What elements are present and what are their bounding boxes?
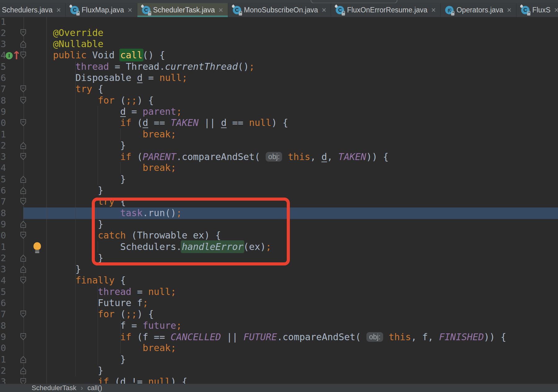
code-token: @Nullable bbox=[53, 38, 104, 49]
code-line[interactable]: for (;;) { bbox=[0, 309, 558, 320]
code-token: ( bbox=[131, 117, 143, 128]
code-line[interactable]: finally { bbox=[0, 275, 558, 286]
code-line[interactable]: task.run(); bbox=[0, 207, 558, 219]
code-line[interactable]: try { bbox=[0, 83, 558, 95]
tab-close-icon[interactable]: × bbox=[219, 6, 223, 14]
code-line[interactable]: d = parent; bbox=[0, 106, 558, 118]
ide-top-frame bbox=[0, 0, 558, 3]
tab-close-icon[interactable]: × bbox=[507, 6, 512, 14]
tab-operators-java[interactable]: (COperators.java× bbox=[441, 3, 516, 17]
code-token: Disposable bbox=[53, 72, 137, 83]
code-token: != bbox=[126, 376, 148, 384]
code-line[interactable]: if (f == CANCELLED || FUTURE.compareAndS… bbox=[0, 331, 558, 343]
code-token: ) { bbox=[271, 117, 288, 128]
tab-label: FluxS bbox=[532, 6, 551, 14]
tab-close-icon[interactable]: × bbox=[322, 6, 326, 14]
code-line[interactable]: } bbox=[0, 264, 558, 275]
tab-schedulertask-java[interactable]: CSchedulerTask.java× bbox=[137, 3, 228, 17]
lock-icon bbox=[451, 13, 454, 16]
code-token: public bbox=[53, 50, 86, 60]
code-token: } bbox=[53, 174, 126, 185]
tab-fluxonerrorresume-java[interactable]: CFluxOnErrorResume.java× bbox=[331, 3, 441, 17]
code-line[interactable]: if (d == TAKEN || d == null) { bbox=[0, 117, 558, 129]
code-line[interactable]: thread = Thread.currentThread(); bbox=[0, 61, 558, 73]
code-token: || bbox=[199, 117, 221, 128]
code-line[interactable]: for (;;) { bbox=[0, 95, 558, 106]
code-line[interactable]: @Nullable bbox=[0, 38, 558, 50]
code-token bbox=[53, 151, 120, 162]
code-token: FINISHED bbox=[439, 332, 484, 342]
code-line[interactable] bbox=[0, 17, 558, 28]
code-token bbox=[53, 162, 143, 173]
tab-close-icon[interactable]: × bbox=[431, 6, 436, 14]
code-line[interactable]: } bbox=[0, 365, 558, 376]
code-line[interactable]: } bbox=[0, 252, 558, 264]
tab-close-icon[interactable]: × bbox=[128, 6, 132, 14]
code-token: ; bbox=[176, 106, 182, 117]
code-line[interactable]: if (PARENT.compareAndSet( obj: this, d, … bbox=[0, 151, 558, 163]
java-class-icon: C bbox=[142, 6, 150, 14]
code-token: call bbox=[120, 50, 143, 60]
code-token: (f == bbox=[131, 332, 170, 342]
code-token: ) { bbox=[137, 95, 154, 106]
tab-schedulers-java[interactable]: Schedulers.java× bbox=[0, 3, 66, 17]
code-token: try bbox=[75, 83, 92, 94]
code-line[interactable]: } bbox=[0, 185, 558, 196]
code-token: Schedulers. bbox=[53, 241, 182, 252]
code-line[interactable]: catch (Throwable ex) { bbox=[0, 230, 558, 241]
tab-monosubscribeon-java[interactable]: CMonoSubscribeOn.java× bbox=[228, 3, 331, 17]
code-line[interactable]: if (d != null) { bbox=[0, 376, 558, 384]
code-token: )) { bbox=[484, 332, 506, 342]
code-editor[interactable]: 12@Override3@Nullable4I↑public Void call… bbox=[0, 17, 558, 384]
code-line[interactable]: Disposable d = null; bbox=[0, 72, 558, 84]
icon-badge bbox=[520, 4, 524, 8]
code-line[interactable]: Schedulers.handleError(ex); bbox=[0, 241, 558, 253]
code-token: null bbox=[148, 376, 170, 384]
code-line[interactable]: break; bbox=[0, 162, 558, 174]
code-line[interactable]: } bbox=[0, 140, 558, 151]
code-token: ( bbox=[109, 376, 120, 384]
code-token: d bbox=[120, 376, 126, 384]
code-token: parent bbox=[143, 106, 176, 117]
code-token: { bbox=[92, 83, 103, 94]
code-token: } bbox=[53, 219, 104, 229]
code-token: ( bbox=[115, 95, 126, 106]
code-token: || bbox=[221, 332, 243, 342]
code-line[interactable]: thread = null; bbox=[0, 286, 558, 298]
code-token: break; bbox=[143, 342, 176, 353]
breadcrumb-item-class[interactable]: SchedulerTask bbox=[32, 384, 76, 392]
code-line[interactable]: @Override bbox=[0, 27, 558, 39]
code-line[interactable]: try { bbox=[0, 196, 558, 207]
code-token bbox=[53, 230, 98, 241]
code-token: for bbox=[98, 95, 115, 106]
parameter-hint: obj: bbox=[366, 332, 383, 342]
parameter-hint: obj: bbox=[266, 152, 282, 162]
code-token: if bbox=[98, 376, 109, 384]
code-line[interactable]: break; bbox=[0, 129, 558, 140]
code-token: TAKEN bbox=[338, 151, 366, 162]
java-class-icon: (C bbox=[445, 6, 454, 14]
code-line[interactable]: } bbox=[0, 174, 558, 185]
code-line[interactable]: Future f; bbox=[0, 297, 558, 309]
tab-fluxs[interactable]: CFluxS× bbox=[516, 3, 558, 17]
code-line[interactable]: f = future; bbox=[0, 320, 558, 332]
code-token: future bbox=[143, 320, 176, 331]
code-line[interactable]: public Void call() { bbox=[0, 50, 558, 61]
code-token bbox=[53, 117, 120, 128]
tab-close-icon[interactable]: × bbox=[554, 6, 558, 14]
code-token: break; bbox=[143, 162, 176, 173]
code-token bbox=[53, 95, 98, 106]
code-token: d bbox=[143, 117, 148, 128]
tab-close-icon[interactable]: × bbox=[56, 6, 61, 14]
code-line[interactable]: } bbox=[0, 219, 558, 230]
tab-fluxmap-java[interactable]: CFluxMap.java× bbox=[66, 3, 137, 17]
code-token bbox=[282, 151, 288, 162]
code-token: { bbox=[115, 196, 126, 207]
code-token: ( bbox=[115, 309, 126, 319]
code-line[interactable]: break; bbox=[0, 342, 558, 354]
breadcrumb-item-method[interactable]: call() bbox=[87, 384, 102, 392]
lock-icon bbox=[148, 13, 151, 16]
tab-label: Operators.java bbox=[456, 6, 503, 14]
code-token: == bbox=[227, 117, 249, 128]
code-line[interactable]: } bbox=[0, 354, 558, 365]
